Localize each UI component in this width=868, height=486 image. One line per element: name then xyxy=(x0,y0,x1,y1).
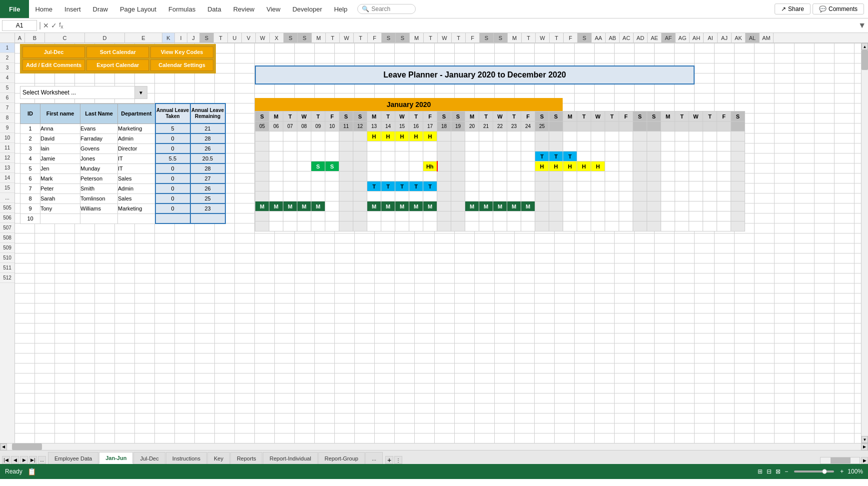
cal-cell[interactable] xyxy=(437,182,451,192)
cal-cell[interactable] xyxy=(255,222,269,232)
cal-cell[interactable] xyxy=(689,152,703,162)
cal-cell[interactable] xyxy=(297,222,311,232)
cal-cell[interactable] xyxy=(619,162,633,172)
cal-cell[interactable] xyxy=(521,162,535,172)
cal-cell[interactable] xyxy=(269,172,283,182)
cal-cell[interactable]: M xyxy=(507,202,521,212)
cal-cell[interactable] xyxy=(437,152,451,162)
col-header-AH[interactable]: AH xyxy=(690,33,704,42)
cal-cell[interactable] xyxy=(591,192,605,202)
cal-cell[interactable]: M xyxy=(255,202,269,212)
share-button[interactable]: ↗ Share xyxy=(775,4,811,14)
cal-cell[interactable] xyxy=(675,212,689,222)
cal-cell[interactable]: T xyxy=(535,152,549,162)
cal-cell[interactable] xyxy=(577,152,591,162)
cal-cell[interactable] xyxy=(661,172,675,182)
cal-cell[interactable] xyxy=(507,132,521,142)
cal-cell[interactable] xyxy=(325,182,339,192)
cal-cell[interactable] xyxy=(395,222,409,232)
cal-cell[interactable] xyxy=(647,212,661,222)
cal-cell[interactable] xyxy=(437,172,451,182)
add-sheet-button[interactable]: + xyxy=(385,456,393,464)
cal-cell[interactable] xyxy=(675,152,689,162)
export-calendar-button[interactable]: Export Calendar xyxy=(86,60,149,71)
search-input[interactable] xyxy=(371,6,411,12)
cal-cell[interactable] xyxy=(577,202,591,212)
cal-cell[interactable] xyxy=(549,202,563,212)
formulas-menu[interactable]: Formulas xyxy=(162,0,201,18)
scroll-left-button[interactable]: ◀ xyxy=(0,444,7,450)
cal-cell[interactable] xyxy=(269,152,283,162)
cal-cell[interactable] xyxy=(675,192,689,202)
cal-cell[interactable] xyxy=(661,142,675,152)
file-menu[interactable]: File xyxy=(0,0,29,18)
cal-cell[interactable] xyxy=(633,182,647,192)
cal-cell[interactable] xyxy=(479,172,493,182)
cal-cell[interactable]: H xyxy=(535,162,549,172)
cal-cell[interactable] xyxy=(563,222,577,232)
cal-cell[interactable] xyxy=(297,192,311,202)
cal-cell[interactable] xyxy=(311,132,325,142)
cal-cell[interactable]: M xyxy=(297,202,311,212)
cal-cell[interactable] xyxy=(549,172,563,182)
cal-cell[interactable] xyxy=(395,212,409,222)
cal-cell[interactable] xyxy=(591,152,605,162)
cal-cell[interactable] xyxy=(451,132,465,142)
cal-cell[interactable] xyxy=(717,162,731,172)
cal-cell[interactable]: H xyxy=(577,162,591,172)
cal-cell[interactable] xyxy=(283,182,297,192)
cal-cell[interactable] xyxy=(731,162,745,172)
cal-cell[interactable] xyxy=(675,142,689,152)
calendar-settings-button[interactable]: Calendar Settings xyxy=(150,60,213,71)
normal-view-icon[interactable]: ⊞ xyxy=(758,468,763,475)
cal-cell[interactable] xyxy=(437,142,451,152)
cal-cell[interactable] xyxy=(269,132,283,142)
cal-cell[interactable] xyxy=(465,172,479,182)
cal-cell[interactable] xyxy=(297,182,311,192)
cal-cell[interactable] xyxy=(661,202,675,212)
cal-cell[interactable] xyxy=(367,162,381,172)
page-layout-menu[interactable]: Page Layout xyxy=(114,0,162,18)
cal-cell[interactable] xyxy=(549,222,563,232)
cal-cell[interactable]: H xyxy=(381,132,395,142)
cal-cell[interactable] xyxy=(661,152,675,162)
cal-cell[interactable] xyxy=(311,152,325,162)
cal-cell[interactable] xyxy=(493,212,507,222)
cal-cell[interactable] xyxy=(731,212,745,222)
cal-cell[interactable] xyxy=(409,152,423,162)
formula-input[interactable] xyxy=(65,22,857,29)
cal-cell[interactable] xyxy=(563,202,577,212)
cal-cell[interactable] xyxy=(409,142,423,152)
tab-first-button[interactable]: |◀ xyxy=(2,456,10,464)
cal-cell[interactable] xyxy=(493,142,507,152)
page-break-icon[interactable]: ⊠ xyxy=(776,468,781,475)
cal-cell[interactable] xyxy=(353,162,367,172)
cal-cell[interactable] xyxy=(703,212,717,222)
cal-cell[interactable] xyxy=(367,172,381,182)
cal-cell[interactable] xyxy=(353,172,367,182)
cal-cell[interactable] xyxy=(689,202,703,212)
cal-cell[interactable]: M xyxy=(521,202,535,212)
cal-cell[interactable] xyxy=(717,222,731,232)
cal-cell[interactable]: T xyxy=(409,182,423,192)
col-header-V[interactable]: V xyxy=(242,33,256,42)
cal-cell[interactable] xyxy=(689,222,703,232)
cal-cell[interactable] xyxy=(507,162,521,172)
cal-cell[interactable] xyxy=(451,142,465,152)
cal-cell[interactable] xyxy=(521,222,535,232)
cal-cell[interactable] xyxy=(451,182,465,192)
cal-cell[interactable] xyxy=(339,152,353,162)
cal-cell[interactable] xyxy=(689,172,703,182)
col-header-AD[interactable]: AD xyxy=(634,33,648,42)
scroll-h-thumb[interactable] xyxy=(12,444,42,450)
col-header-AC[interactable]: AC xyxy=(620,33,634,42)
cal-cell[interactable] xyxy=(297,172,311,182)
cal-cell[interactable] xyxy=(479,212,493,222)
cal-cell[interactable] xyxy=(311,142,325,152)
cal-cell[interactable] xyxy=(689,162,703,172)
cal-cell[interactable] xyxy=(647,202,661,212)
cal-cell[interactable] xyxy=(661,182,675,192)
cal-cell[interactable] xyxy=(367,222,381,232)
cal-cell[interactable] xyxy=(549,182,563,192)
cal-cell[interactable] xyxy=(283,192,297,202)
